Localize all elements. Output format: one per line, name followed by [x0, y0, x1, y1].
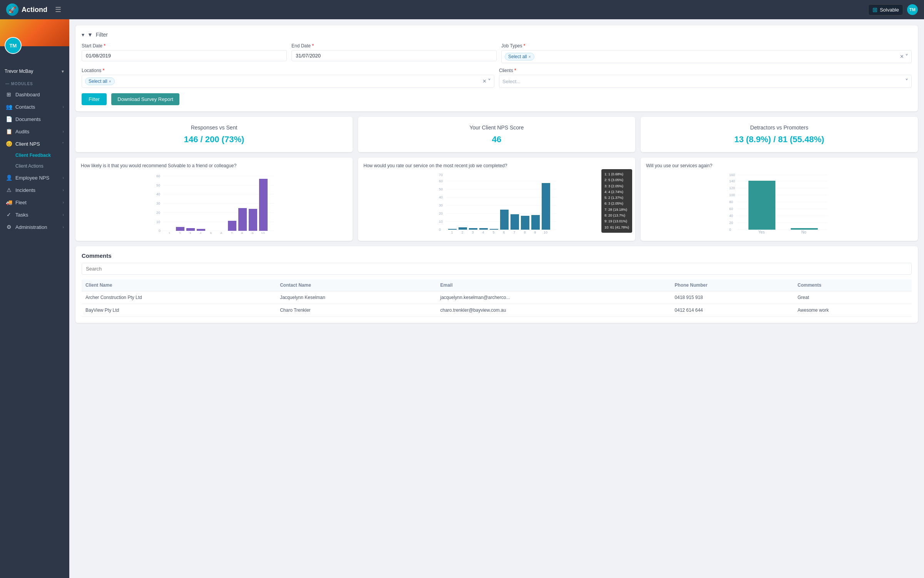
- modules-label: — MODULES: [0, 76, 69, 88]
- download-survey-report-button[interactable]: Download Survey Report: [111, 93, 179, 105]
- remove-locations-tag[interactable]: ×: [109, 79, 111, 84]
- tasks-icon: ✓: [5, 212, 12, 218]
- sidebar: TM Trevor McBay ▼ — MODULES ⊞ Dashboard …: [0, 19, 69, 578]
- filter-title: Filter: [96, 32, 108, 38]
- svg-text:8: 8: [241, 232, 243, 234]
- sidebar-item-audits[interactable]: 📋 Audits ›: [0, 125, 69, 138]
- stat-title: Responses vs Sent: [82, 124, 346, 131]
- locations-input[interactable]: Select all × × ˅: [82, 75, 494, 88]
- filter-icon: ▼: [87, 32, 93, 38]
- svg-rect-16: [186, 228, 195, 231]
- chevron-down-icon: ▾: [82, 32, 84, 38]
- documents-icon: 📄: [5, 116, 12, 122]
- svg-text:4: 4: [482, 230, 484, 234]
- svg-rect-56: [521, 216, 529, 230]
- stat-card-nps: Your Client NPS Score 46: [358, 117, 635, 152]
- svg-rect-58: [542, 183, 550, 230]
- start-date-label: Start Date *: [82, 43, 287, 49]
- chevron-right-icon: ›: [63, 213, 64, 217]
- remove-job-types-tag[interactable]: ×: [529, 55, 531, 59]
- filter-button[interactable]: Filter: [82, 93, 107, 105]
- chevron-right-icon: ›: [63, 105, 64, 109]
- audits-icon: 📋: [5, 128, 12, 134]
- svg-text:5: 5: [210, 232, 212, 234]
- user-avatar-top[interactable]: TM: [907, 4, 918, 15]
- stat-value: 146 / 200 (73%): [82, 134, 346, 144]
- svg-text:0: 0: [159, 229, 161, 233]
- svg-text:4: 4: [199, 232, 201, 234]
- start-date-group: Start Date *: [82, 43, 287, 63]
- client-nps-submenu: Client Feedback Client Actions: [0, 150, 69, 171]
- svg-text:20: 20: [439, 212, 443, 215]
- stat-card-responses: Responses vs Sent 146 / 200 (73%): [75, 117, 353, 152]
- end-date-input[interactable]: [291, 50, 497, 61]
- svg-text:60: 60: [439, 179, 443, 183]
- table-row: Archer Construction Pty LtdJacquelynn Ke…: [82, 291, 912, 304]
- svg-rect-23: [259, 179, 268, 231]
- employee-nps-icon: 👤: [5, 175, 12, 181]
- sidebar-item-incidents[interactable]: ⚠ Incidents ›: [0, 184, 69, 196]
- sidebar-item-documents[interactable]: 📄 Documents: [0, 113, 69, 125]
- svg-rect-17: [197, 229, 205, 231]
- col-email: Email: [437, 279, 671, 291]
- chevron-down-icon[interactable]: ˅: [905, 53, 908, 60]
- sidebar-item-client-actions[interactable]: Client Actions: [15, 161, 69, 171]
- sidebar-item-client-feedback[interactable]: Client Feedback: [15, 150, 69, 161]
- clear-job-types-icon[interactable]: ×: [900, 53, 904, 60]
- sidebar-item-contacts[interactable]: 👥 Contacts ›: [0, 101, 69, 113]
- svg-text:40: 40: [439, 195, 443, 199]
- svg-text:2: 2: [179, 232, 181, 234]
- clients-input[interactable]: Select... ˅: [499, 75, 912, 88]
- stats-row: Responses vs Sent 146 / 200 (73%) Your C…: [75, 117, 918, 152]
- administration-icon: ⚙: [5, 224, 12, 230]
- logo-icon: 🚀: [6, 3, 18, 16]
- sidebar-item-label: Client NPS: [15, 141, 40, 147]
- sidebar-item-administration[interactable]: ⚙ Administration ›: [0, 221, 69, 233]
- comments-table-header: Client Name Contact Name Email Phone Num…: [82, 279, 912, 291]
- comments-search-input[interactable]: [82, 263, 912, 275]
- filter-card: ▾ ▼ Filter Start Date * End Date *: [75, 25, 918, 111]
- table-row: BayView Pty LtdCharo Trenklercharo.trenk…: [82, 304, 912, 317]
- company-name: Solvable: [880, 7, 899, 13]
- col-contact-name: Contact Name: [276, 279, 436, 291]
- filter-actions: Filter Download Survey Report: [82, 93, 912, 105]
- svg-rect-55: [511, 214, 519, 230]
- hamburger-icon[interactable]: ☰: [55, 5, 61, 14]
- chevron-down-icon[interactable]: ˅: [488, 78, 491, 85]
- profile-name: Trevor McBay: [5, 69, 33, 74]
- comments-card: Comments Client Name Contact Name Email …: [75, 246, 918, 323]
- chevron-down-icon[interactable]: ˅: [905, 78, 908, 85]
- svg-text:140: 140: [729, 179, 735, 183]
- sidebar-item-fleet[interactable]: 🚚 Fleet ›: [0, 196, 69, 208]
- svg-text:1: 1: [451, 230, 453, 234]
- svg-text:3: 3: [189, 232, 191, 234]
- sidebar-item-tasks[interactable]: ✓ Tasks ›: [0, 208, 69, 221]
- svg-text:0: 0: [439, 228, 441, 232]
- start-date-input[interactable]: [82, 50, 287, 61]
- sidebar-item-client-nps[interactable]: 😊 Client NPS ˅: [0, 138, 69, 150]
- svg-text:20: 20: [729, 221, 733, 225]
- filter-top-row: Start Date * End Date * Job Types *: [82, 43, 912, 63]
- svg-text:10: 10: [544, 230, 547, 234]
- chart-title: How likely is it that you would recommen…: [81, 163, 347, 168]
- clear-locations-icon[interactable]: ×: [483, 78, 486, 85]
- chevron-right-icon: ›: [63, 200, 64, 205]
- chart-recommend: How likely is it that you would recommen…: [75, 158, 353, 241]
- profile-dropdown-icon[interactable]: ▼: [61, 69, 65, 74]
- logo: 🚀 Actiond: [6, 3, 47, 16]
- chart-title: How would you rate our service on the mo…: [363, 163, 630, 168]
- svg-text:50: 50: [439, 187, 443, 191]
- svg-text:70: 70: [439, 173, 443, 177]
- svg-rect-22: [249, 209, 257, 231]
- sidebar-item-label: Incidents: [15, 187, 35, 193]
- job-types-input[interactable]: Select all × × ˅: [501, 50, 912, 63]
- comments-table-body: Archer Construction Pty LtdJacquelynn Ke…: [82, 291, 912, 317]
- chevron-right-icon: ›: [63, 129, 64, 134]
- sidebar-item-dashboard[interactable]: ⊞ Dashboard: [0, 88, 69, 101]
- svg-text:3: 3: [472, 230, 474, 234]
- sidebar-item-label: Employee NPS: [15, 175, 49, 181]
- stat-value: 13 (8.9%) / 81 (55.48%): [647, 134, 912, 144]
- comments-title: Comments: [82, 252, 912, 259]
- charts-row: How likely is it that you would recommen…: [75, 158, 918, 241]
- sidebar-item-employee-nps[interactable]: 👤 Employee NPS ›: [0, 171, 69, 184]
